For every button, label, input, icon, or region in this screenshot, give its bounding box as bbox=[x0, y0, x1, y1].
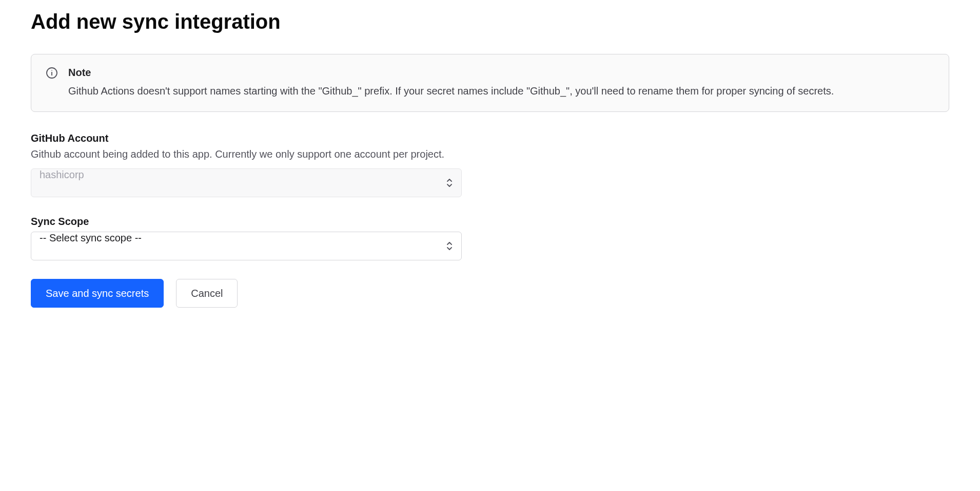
github-account-field-group: GitHub Account Github account being adde… bbox=[31, 133, 949, 197]
sync-scope-field-group: Sync Scope -- Select sync scope -- bbox=[31, 216, 949, 260]
svg-point-2 bbox=[51, 70, 52, 71]
github-account-label: GitHub Account bbox=[31, 133, 949, 144]
button-row: Save and sync secrets Cancel bbox=[31, 279, 949, 308]
github-account-select[interactable]: hashicorp bbox=[31, 168, 462, 197]
sync-scope-select[interactable]: -- Select sync scope -- bbox=[31, 232, 462, 260]
info-icon bbox=[46, 67, 58, 79]
github-account-description: Github account being added to this app. … bbox=[31, 148, 949, 160]
save-button[interactable]: Save and sync secrets bbox=[31, 279, 164, 308]
note-banner: Note Github Actions doesn't support name… bbox=[31, 54, 949, 112]
note-text: Github Actions doesn't support names sta… bbox=[68, 83, 934, 99]
sync-scope-label: Sync Scope bbox=[31, 216, 949, 228]
cancel-button[interactable]: Cancel bbox=[176, 279, 238, 308]
note-title: Note bbox=[68, 67, 934, 79]
page-title: Add new sync integration bbox=[31, 10, 949, 33]
